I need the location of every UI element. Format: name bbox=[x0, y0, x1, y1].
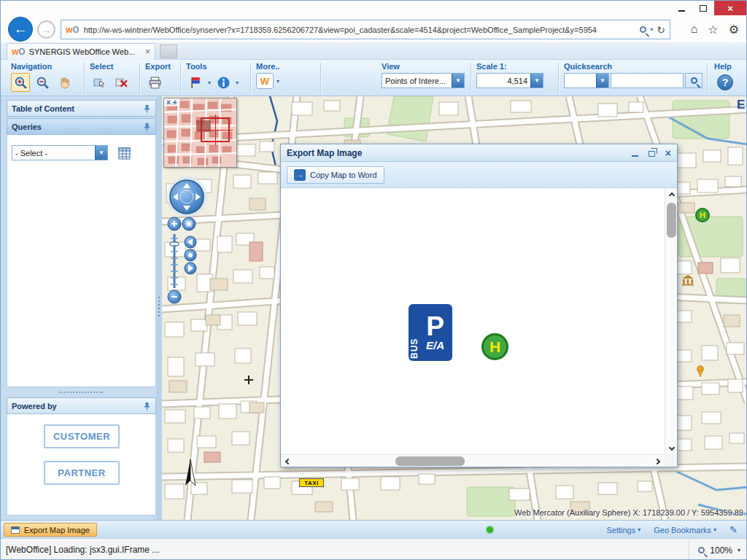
site-favicon: wO bbox=[66, 25, 80, 35]
quicksearch-select-arrow[interactable]: ▼ bbox=[596, 74, 608, 88]
partner-logo[interactable]: PARTNER bbox=[44, 461, 120, 485]
dialog-vertical-scrollbar[interactable] bbox=[665, 188, 677, 455]
toolbar-section-navigation: Navigation bbox=[9, 60, 81, 96]
tab-close-icon[interactable]: × bbox=[145, 47, 150, 57]
toolbar-section-select: Select bbox=[88, 60, 135, 96]
chevron-down-icon[interactable]: ▾ bbox=[236, 79, 239, 86]
view-select[interactable]: Points of Intere... ▼ bbox=[382, 73, 465, 88]
scale-combo[interactable]: 4,514 ▼ bbox=[476, 73, 543, 88]
scale-combo-arrow[interactable]: ▼ bbox=[530, 74, 543, 88]
dialog-horizontal-scrollbar[interactable] bbox=[281, 454, 665, 467]
dialog-close-button[interactable]: × bbox=[665, 147, 671, 159]
pin-icon[interactable] bbox=[143, 104, 151, 113]
zoom-control[interactable]: 100% ▾ bbox=[689, 539, 740, 560]
refresh-icon[interactable]: ↻ bbox=[657, 24, 665, 36]
clear-selection-tool-button[interactable] bbox=[112, 73, 131, 92]
scale-value[interactable]: 4,514 bbox=[477, 77, 530, 85]
address-bar[interactable]: wO http://w-ws-wintner/WebOffice/synserv… bbox=[61, 20, 670, 39]
section-label-export: Export bbox=[144, 60, 177, 71]
scroll-up-arrow[interactable] bbox=[665, 188, 678, 201]
zoom-slider[interactable] bbox=[170, 234, 179, 288]
zoom-out-tool-button[interactable] bbox=[33, 73, 52, 92]
scroll-right-arrow[interactable] bbox=[652, 455, 665, 467]
copy-map-to-word-button[interactable]: → Copy Map to Word bbox=[287, 166, 384, 184]
query-select[interactable]: - Select - ▼ bbox=[12, 145, 108, 160]
overview-map[interactable]: × + bbox=[163, 98, 237, 168]
next-extent-button[interactable] bbox=[185, 262, 196, 274]
print-tool-button[interactable] bbox=[145, 73, 164, 92]
word-export-tool-button[interactable]: W bbox=[256, 73, 274, 89]
panel-splitter-handle[interactable] bbox=[59, 392, 103, 393]
taxi-stand-sign: TAXI bbox=[299, 478, 324, 487]
window-minimize-button[interactable] bbox=[670, 1, 692, 15]
zoom-in-icon bbox=[14, 76, 28, 90]
export-map-image-dialog[interactable]: Export Map Image × → Copy Map to Word BU… bbox=[280, 144, 678, 467]
pin-icon[interactable] bbox=[143, 402, 151, 411]
sidebar-splitter[interactable] bbox=[156, 96, 162, 520]
info-tool-button[interactable] bbox=[214, 73, 233, 92]
toc-panel-title: Table of Content bbox=[12, 104, 143, 113]
previous-extent-button[interactable] bbox=[185, 236, 196, 248]
quicksearch-button[interactable] bbox=[685, 73, 703, 88]
quicksearch-input[interactable] bbox=[611, 73, 684, 88]
overview-move-icon[interactable]: + bbox=[173, 98, 177, 106]
quicksearch-category-select[interactable]: ▼ bbox=[564, 73, 609, 88]
tab-weboffice[interactable]: wO SYNERGIS WebOffice Web... × bbox=[7, 43, 155, 60]
export-map-image-task-button[interactable]: Export Map Image bbox=[4, 523, 97, 537]
chevron-down-icon: ▾ bbox=[713, 526, 716, 533]
full-extent-button[interactable] bbox=[182, 217, 196, 230]
favorites-star-icon[interactable]: ☆ bbox=[708, 23, 718, 36]
forward-button[interactable]: → bbox=[37, 20, 55, 39]
settings-gear-icon[interactable]: ⚙ bbox=[729, 23, 739, 36]
dialog-minimize-button[interactable] bbox=[632, 147, 638, 160]
url-text[interactable]: http://w-ws-wintner/WebOffice/synserver?… bbox=[84, 26, 636, 34]
home-icon[interactable]: ⌂ bbox=[691, 23, 698, 36]
status-message: [WebOffice] Loading: jsx3.gui.IFrame ... bbox=[6, 545, 159, 555]
query-definition-button[interactable] bbox=[115, 144, 133, 162]
view-select-arrow[interactable]: ▼ bbox=[452, 74, 464, 88]
window-maximize-button[interactable] bbox=[692, 1, 714, 15]
new-tab-button[interactable] bbox=[160, 44, 177, 58]
app-toolbar: Navigation Select bbox=[1, 60, 746, 96]
query-select-arrow[interactable]: ▼ bbox=[95, 146, 107, 160]
chevron-down-icon[interactable]: ▾ bbox=[276, 78, 279, 85]
window-close-button[interactable]: × bbox=[714, 1, 746, 15]
zoom-slider-handle[interactable] bbox=[170, 242, 179, 246]
zoom-in-button[interactable] bbox=[168, 217, 181, 230]
pin-icon[interactable] bbox=[143, 122, 151, 131]
search-icon[interactable] bbox=[640, 26, 646, 33]
queries-panel-header[interactable]: Queries bbox=[7, 118, 156, 135]
geo-bookmarks-menu[interactable]: Geo Bookmarks▾ bbox=[654, 526, 716, 534]
select-features-tool-button[interactable] bbox=[90, 73, 109, 92]
redlining-tool-button[interactable] bbox=[186, 73, 205, 92]
toc-panel-header[interactable]: Table of Content bbox=[7, 100, 156, 117]
scroll-down-arrow[interactable] bbox=[665, 443, 678, 455]
map-navigation-widget[interactable] bbox=[164, 173, 209, 308]
edit-pencil-icon[interactable]: ✎ bbox=[729, 524, 738, 535]
printer-icon bbox=[148, 76, 162, 90]
help-button[interactable]: ? bbox=[717, 74, 733, 90]
horizontal-scrollbar-thumb[interactable] bbox=[395, 456, 465, 466]
customer-logo[interactable]: CUSTOMER bbox=[44, 424, 120, 448]
settings-menu[interactable]: Settings▾ bbox=[606, 526, 640, 534]
search-dropdown-icon[interactable]: ▾ bbox=[650, 26, 653, 33]
overview-extent-rectangle[interactable] bbox=[201, 117, 230, 142]
tab-title: SYNERGIS WebOffice Web... bbox=[29, 47, 142, 56]
pan-rosette[interactable] bbox=[170, 180, 204, 214]
dialog-restore-button[interactable] bbox=[649, 147, 655, 160]
scroll-left-arrow[interactable] bbox=[281, 455, 293, 467]
extent-history-button[interactable] bbox=[185, 249, 196, 261]
vertical-scrollbar-thumb[interactable] bbox=[667, 203, 676, 238]
back-button[interactable]: ← bbox=[8, 17, 33, 42]
window-titlebar[interactable]: × bbox=[1, 1, 746, 17]
zoom-in-tool-button[interactable] bbox=[11, 73, 30, 92]
pan-tool-button[interactable] bbox=[55, 73, 74, 92]
overview-close-icon[interactable]: × bbox=[166, 98, 171, 106]
word-export-icon: → bbox=[294, 169, 306, 181]
powered-by-panel-header[interactable]: Powered by bbox=[7, 397, 156, 414]
chevron-down-icon[interactable]: ▾ bbox=[208, 79, 211, 86]
zoom-out-button[interactable] bbox=[168, 290, 181, 303]
question-mark-icon: ? bbox=[722, 77, 729, 88]
dialog-titlebar[interactable]: Export Map Image × bbox=[281, 144, 677, 162]
toolbar-separator bbox=[139, 63, 141, 93]
